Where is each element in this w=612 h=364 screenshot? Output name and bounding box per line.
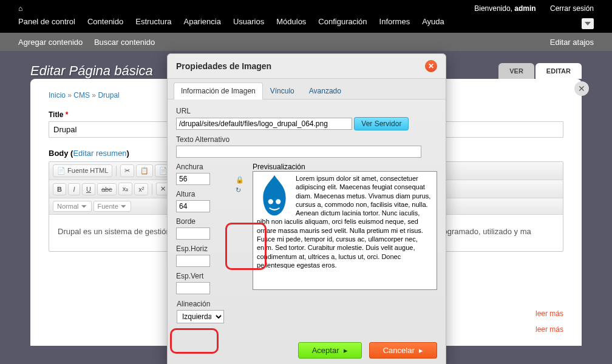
source-button[interactable]: 📄 Fuente HTML	[53, 164, 112, 177]
tab-advanced[interactable]: Avanzado	[302, 83, 348, 99]
border-label: Borde	[176, 217, 227, 226]
home-icon[interactable]: ⌂	[18, 4, 22, 13]
bc-home[interactable]: Inicio	[49, 91, 66, 99]
browse-server-button[interactable]: Ver Servidor	[354, 117, 409, 130]
page-title: Editar Página básica	[30, 63, 153, 79]
width-input[interactable]	[176, 173, 210, 185]
vspace-input[interactable]	[176, 282, 210, 294]
accept-button[interactable]: Aceptar ▸	[298, 342, 362, 359]
preview-label: Previsualización	[253, 163, 305, 171]
add-content-link[interactable]: Agregar contenido	[18, 38, 83, 47]
svg-point-0	[268, 199, 273, 204]
format-select[interactable]: Normal ⏷	[53, 201, 92, 212]
tab-view[interactable]: VER	[498, 63, 534, 79]
strike-button[interactable]: abc	[97, 183, 117, 195]
edit-shortcuts-link[interactable]: Editar atajos	[550, 38, 594, 47]
url-label: URL	[176, 107, 437, 115]
superscript-button[interactable]: x²	[134, 183, 148, 195]
dialog-title: Propiedades de Imagen	[176, 61, 271, 71]
title-label: Title	[49, 110, 63, 119]
underline-button[interactable]: U	[82, 183, 95, 195]
admin-menu: Panel de control Contenido Estructura Ap…	[0, 15, 612, 29]
image-properties-dialog: Propiedades de Imagen ✕ Información de I…	[167, 53, 446, 364]
italic-button[interactable]: I	[68, 183, 80, 195]
width-label: Anchura	[176, 163, 227, 171]
bold-button[interactable]: B	[53, 183, 66, 195]
menu-help[interactable]: Ayuda	[422, 17, 444, 26]
menu-dashboard[interactable]: Panel de control	[18, 17, 75, 26]
user-greeting: Bienvenido, admin Cerrar sesión	[462, 4, 594, 13]
dialog-close-button[interactable]: ✕	[425, 60, 437, 72]
preview-box: Lorem ipsum dolor sit amet, consectetuer…	[253, 171, 437, 290]
hspace-label: Esp.Horiz	[176, 244, 227, 253]
alt-input[interactable]	[176, 146, 421, 158]
height-input[interactable]	[176, 200, 210, 212]
welcome-prefix: Bienvenido,	[474, 4, 512, 13]
cancel-button[interactable]: Cancelar ▸	[369, 342, 437, 359]
align-label: Alineación	[177, 300, 226, 308]
read-more-link[interactable]: leer más	[536, 309, 563, 318]
align-select[interactable]: Izquierda	[177, 310, 224, 323]
cut-button[interactable]: ✂	[120, 164, 134, 177]
body-label: Body	[49, 149, 69, 158]
tab-link[interactable]: Vínculo	[263, 83, 302, 99]
close-icon[interactable]: ✕	[574, 81, 589, 96]
lock-ratio-icon[interactable]: 🔒	[236, 176, 244, 184]
url-input[interactable]	[176, 118, 352, 130]
subscript-button[interactable]: x₂	[118, 183, 133, 195]
border-input[interactable]	[176, 228, 210, 240]
bc-cms[interactable]: CMS	[73, 91, 90, 99]
tab-edit[interactable]: EDITAR	[536, 63, 582, 79]
tab-image-info[interactable]: Información de Imagen	[174, 83, 263, 99]
menu-users[interactable]: Usuarios	[233, 17, 264, 26]
read-more-link-2[interactable]: leer más	[536, 325, 563, 334]
height-label: Altura	[176, 190, 227, 198]
copy-button[interactable]: 📋	[136, 164, 153, 177]
menu-content[interactable]: Contenido	[87, 17, 123, 26]
menu-appearance[interactable]: Apariencia	[183, 17, 220, 26]
font-select[interactable]: Fuente ⏷	[93, 201, 131, 212]
reset-size-icon[interactable]: ↻	[236, 186, 244, 194]
menu-config[interactable]: Configuración	[318, 17, 367, 26]
svg-point-1	[276, 199, 280, 204]
find-content-link[interactable]: Buscar contenido	[94, 38, 155, 47]
logout-link[interactable]: Cerrar sesión	[550, 4, 594, 13]
drupal-logo-icon	[257, 174, 292, 217]
username: admin	[514, 4, 536, 13]
vspace-label: Esp.Vert	[176, 272, 227, 280]
hspace-input[interactable]	[176, 255, 210, 267]
alt-label: Texto Alternativo	[176, 135, 437, 144]
menu-reports[interactable]: Informes	[379, 17, 410, 26]
edit-summary-link[interactable]: Editar resumen	[73, 149, 126, 158]
bc-drupal[interactable]: Drupal	[98, 91, 119, 99]
menu-structure[interactable]: Estructura	[135, 17, 171, 26]
menu-modules[interactable]: Módulos	[276, 17, 306, 26]
toolbar-toggle[interactable]	[582, 18, 594, 29]
